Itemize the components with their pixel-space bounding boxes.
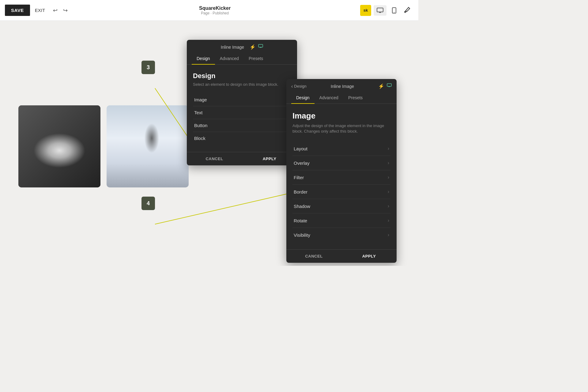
layout-chevron-icon: ›	[388, 146, 389, 151]
border-chevron-icon: ›	[388, 189, 389, 194]
panel2-item-rotate[interactable]: Rotate ›	[292, 213, 390, 228]
sneaker-image-block[interactable]	[18, 105, 100, 187]
panel1-tab-presets[interactable]: Presets	[244, 53, 268, 65]
panel1-tab-design[interactable]: Design	[192, 53, 215, 65]
images-area	[18, 105, 189, 187]
mobile-view-button[interactable]	[389, 5, 399, 16]
panel2-tabs: Design Advanced Presets	[286, 92, 397, 104]
panel1-item-button[interactable]: Button	[193, 119, 291, 132]
panel1-content: Design Select an element to design on th…	[187, 65, 297, 149]
panel2-lightning-icon: ⚡	[378, 83, 384, 89]
app-name: SquareKicker	[70, 6, 360, 11]
step-3-badge: 3	[141, 61, 155, 74]
panel2-monitor-icon	[387, 83, 392, 89]
panel1-section-title: Design	[193, 72, 291, 80]
paint-button[interactable]	[402, 4, 413, 17]
panel2-tab-advanced[interactable]: Advanced	[315, 92, 343, 104]
panel1-header-icons: ⚡	[250, 44, 263, 50]
undo-button[interactable]: ↩	[51, 5, 59, 16]
overlay-chevron-icon: ›	[388, 160, 389, 166]
back-chevron-icon: ‹	[291, 84, 293, 89]
svg-point-3	[394, 12, 394, 13]
panel2-item-shadow[interactable]: Shadow ›	[292, 199, 390, 213]
panel1-item-image[interactable]: Image	[193, 93, 291, 106]
svg-rect-1	[379, 12, 381, 13]
panel2-item-visibility[interactable]: Visibility ›	[292, 228, 390, 242]
panel2-header-icons: ⚡	[378, 83, 392, 89]
panel2-tab-presets[interactable]: Presets	[343, 92, 368, 104]
page-status: Page · Published	[70, 11, 360, 15]
jump-image-block[interactable]	[107, 105, 189, 187]
redo-button[interactable]: ↪	[61, 5, 70, 16]
panel2-item-filter[interactable]: Filter ›	[292, 170, 390, 185]
panel2-cancel-button[interactable]: CANCEL	[286, 250, 341, 263]
panel2-title: Inline Image	[310, 84, 375, 89]
svg-rect-10	[387, 84, 391, 86]
panel2-item-overlay[interactable]: Overlay ›	[292, 156, 390, 170]
topbar-right: sk	[360, 4, 413, 17]
panel1-inline-image: Inline Image ⚡ Design Advanced Presets D…	[187, 40, 297, 165]
svg-point-4	[405, 11, 406, 13]
step-4-badge: 4	[141, 197, 155, 210]
panel2-item-border[interactable]: Border ›	[292, 185, 390, 199]
panel1-item-block[interactable]: Block	[193, 132, 291, 145]
svg-rect-7	[258, 44, 263, 47]
panel2-image-design: ‹ Design Inline Image ⚡ Design Advanced …	[286, 79, 397, 263]
panel1-footer: CANCEL APPLY	[187, 152, 297, 165]
panel1-header: Inline Image ⚡	[187, 40, 297, 53]
panel1-tabs: Design Advanced Presets	[187, 53, 297, 65]
panel2-tab-design[interactable]: Design	[291, 92, 315, 104]
lightning-icon: ⚡	[250, 44, 256, 50]
svg-rect-0	[377, 8, 383, 12]
rotate-chevron-icon: ›	[388, 218, 389, 223]
panel1-section-sub: Select an element to design on this imag…	[193, 82, 291, 87]
topbar-center: SquareKicker Page · Published	[70, 6, 360, 15]
panel2-footer: CANCEL APPLY	[286, 249, 397, 263]
panel2-header: ‹ Design Inline Image ⚡	[286, 79, 397, 92]
panel2-content: Image Adjust the design of the image ele…	[286, 104, 397, 247]
save-button[interactable]: SAVE	[5, 5, 30, 16]
panel2-apply-button[interactable]: APPLY	[341, 250, 397, 263]
visibility-chevron-icon: ›	[388, 232, 389, 238]
panel2-section-sub: Adjust the design of the image element i…	[292, 123, 390, 134]
topbar: SAVE EXIT ↩ ↪ SquareKicker Page · Publis…	[0, 0, 418, 21]
panel2-back-button[interactable]: ‹ Design	[291, 84, 307, 89]
sk-logo: sk	[360, 5, 371, 16]
panel2-back-label: Design	[294, 84, 306, 89]
panel1-tab-advanced[interactable]: Advanced	[215, 53, 244, 65]
filter-chevron-icon: ›	[388, 175, 389, 180]
shadow-chevron-icon: ›	[388, 203, 389, 209]
panel1-item-text[interactable]: Text	[193, 106, 291, 119]
panel1-cancel-button[interactable]: CANCEL	[187, 152, 242, 165]
exit-button[interactable]: EXIT	[35, 8, 45, 13]
desktop-view-button[interactable]	[374, 5, 386, 16]
monitor-icon	[258, 44, 263, 50]
panel2-item-layout[interactable]: Layout ›	[292, 141, 390, 156]
panel1-title: Inline Image	[221, 45, 244, 50]
history-icons: ↩ ↪	[51, 5, 70, 16]
panel2-section-title: Image	[292, 111, 390, 121]
